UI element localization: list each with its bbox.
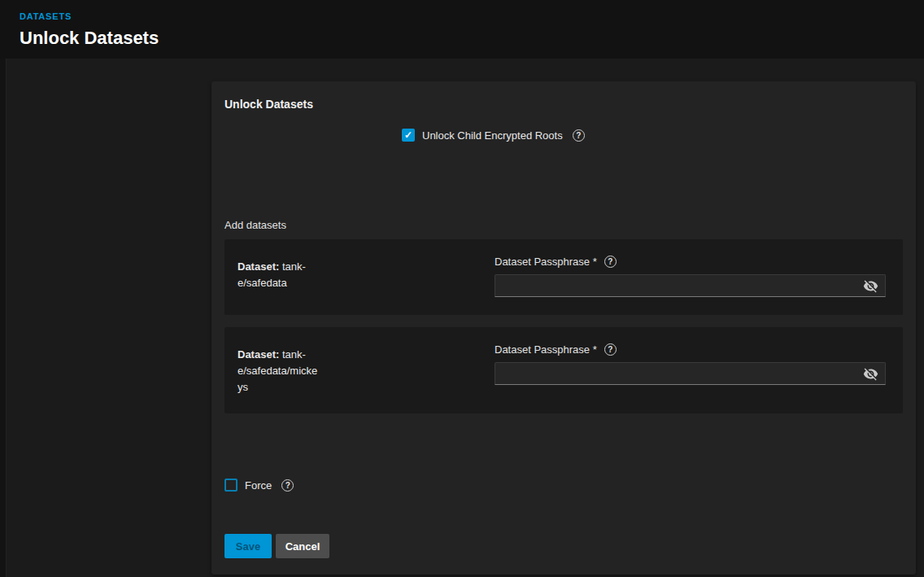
dataset-label-prefix: Dataset: xyxy=(238,348,279,361)
dataset-label-prefix: Dataset: xyxy=(238,260,279,273)
force-label: Force xyxy=(245,479,272,492)
unlock-datasets-card: Unlock Datasets ✓ Unlock Child Encrypted… xyxy=(211,81,916,575)
passphrase-section: Dataset Passphrase * ? xyxy=(495,256,890,297)
checkbox-check-icon: ✓ xyxy=(404,130,412,140)
dataset-label: Dataset: tank-e/safedata xyxy=(238,256,495,297)
page-content: Unlock Datasets ✓ Unlock Child Encrypted… xyxy=(0,59,924,575)
form-actions: Save Cancel xyxy=(224,534,903,558)
unlock-children-label: Unlock Child Encrypted Roots xyxy=(422,129,563,142)
page-title: Unlock Datasets xyxy=(20,28,904,49)
unlock-children-row: ✓ Unlock Child Encrypted Roots ? xyxy=(402,129,903,142)
dataset-row: Dataset: tank-e/safedata Dataset Passphr… xyxy=(224,239,903,315)
dataset-row: Dataset: tank-e/safedata/mickeys Dataset… xyxy=(224,327,903,413)
card-title: Unlock Datasets xyxy=(224,98,903,111)
passphrase-help-icon[interactable]: ? xyxy=(604,343,617,356)
passphrase-label: Dataset Passphrase * xyxy=(495,256,597,268)
collapsed-sidebar xyxy=(0,59,7,577)
breadcrumb-datasets-link[interactable]: DATASETS xyxy=(20,11,72,21)
dataset-passphrase-input[interactable] xyxy=(495,274,886,297)
cancel-button[interactable]: Cancel xyxy=(276,534,329,558)
force-checkbox[interactable] xyxy=(224,479,238,492)
force-row: Force ? xyxy=(224,479,903,492)
unlock-children-help-icon[interactable]: ? xyxy=(573,129,585,142)
eye-off-icon[interactable] xyxy=(863,278,878,294)
eye-off-icon[interactable] xyxy=(863,366,878,382)
force-help-icon[interactable]: ? xyxy=(281,479,294,492)
dataset-label: Dataset: tank-e/safedata/mickeys xyxy=(238,343,495,396)
passphrase-label: Dataset Passphrase * xyxy=(495,343,597,356)
save-button[interactable]: Save xyxy=(224,534,272,558)
dataset-passphrase-input[interactable] xyxy=(495,362,886,385)
unlock-children-checkbox[interactable]: ✓ xyxy=(402,129,415,142)
passphrase-section: Dataset Passphrase * ? xyxy=(495,343,890,396)
passphrase-help-icon[interactable]: ? xyxy=(604,256,617,268)
add-datasets-label: Add datasets xyxy=(224,219,903,231)
page-header: DATASETS Unlock Datasets xyxy=(0,0,924,59)
